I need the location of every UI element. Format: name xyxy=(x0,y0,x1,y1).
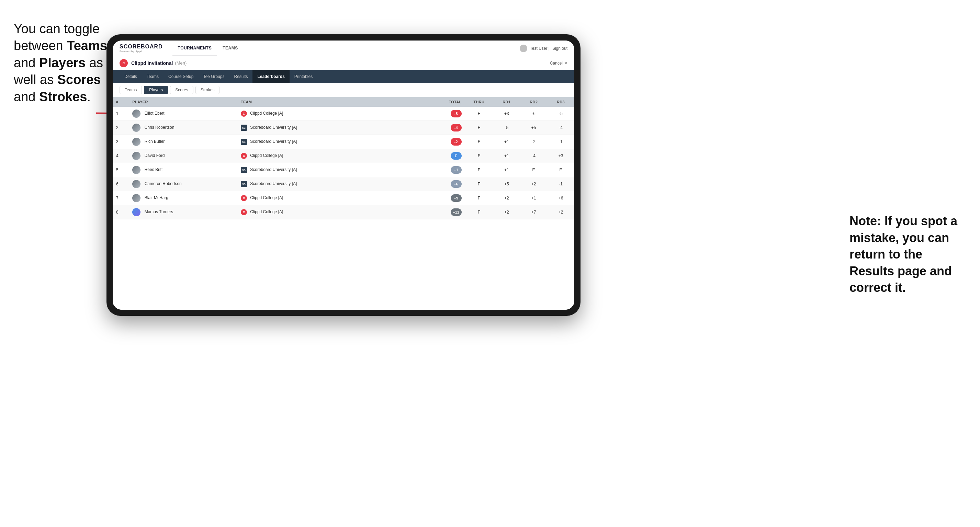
tablet-screen: SCOREBOARD Powered by clippd TOURNAMENTS… xyxy=(113,41,574,310)
score-badge: -8 xyxy=(451,110,462,117)
subtab-teams[interactable]: Teams xyxy=(119,86,142,94)
tab-leaderboards[interactable]: Leaderboards xyxy=(253,70,289,83)
player-avatar xyxy=(132,180,140,188)
cell-total: -4 xyxy=(422,121,465,135)
cell-team: C Clippd College [A] xyxy=(237,191,422,205)
subtab-scores[interactable]: Scores xyxy=(170,86,193,94)
tablet-frame: SCOREBOARD Powered by clippd TOURNAMENTS… xyxy=(107,34,581,316)
cell-rank: 1 xyxy=(113,107,129,121)
subtab-players[interactable]: Players xyxy=(144,86,168,94)
tournament-name: Clippd Invitational xyxy=(131,60,173,66)
annotation-players-bold: Players xyxy=(39,56,86,70)
cell-team: C Clippd College [A] xyxy=(237,149,422,163)
score-badge: +1 xyxy=(451,166,462,174)
right-annotation: Note: If you spot a mistake, you can ret… xyxy=(850,213,966,296)
cell-rank: 4 xyxy=(113,149,129,163)
tournament-bar: C Clippd Invitational (Men) Cancel ✕ xyxy=(113,56,574,70)
player-avatar xyxy=(132,138,140,146)
table-row: 6 Cameron Robertson SB Scoreboard Univer… xyxy=(113,177,574,191)
cell-rank: 8 xyxy=(113,205,129,219)
col-header-rd3: RD3 xyxy=(547,97,574,107)
subtab-strokes[interactable]: Strokes xyxy=(196,86,220,94)
table-row: 5 Rees Britt SB Scoreboard University [A… xyxy=(113,163,574,177)
col-header-thru: THRU xyxy=(465,97,493,107)
table-row: 8 Marcus Turners C Clippd College [A] +1… xyxy=(113,205,574,219)
leaderboard-table: # PLAYER TEAM TOTAL THRU RD1 RD2 RD3 1 E… xyxy=(113,97,574,310)
tab-teams[interactable]: Teams xyxy=(142,70,164,83)
tournament-icon: C xyxy=(119,59,128,67)
annotation-scores-bold: Scores xyxy=(57,73,101,87)
cell-rank: 7 xyxy=(113,191,129,205)
col-header-team: TEAM xyxy=(237,97,422,107)
team-logo-c: C xyxy=(241,111,247,117)
team-name: Scoreboard University [A] xyxy=(250,181,297,186)
cell-rd1: +1 xyxy=(493,135,520,149)
cell-rank: 6 xyxy=(113,177,129,191)
cell-rd3: -4 xyxy=(547,121,574,135)
cell-rd1: +1 xyxy=(493,163,520,177)
left-annotation: You can toggle between Teams and Players… xyxy=(14,21,110,105)
sign-out-link[interactable]: Sign out xyxy=(552,46,568,51)
team-name: Clippd College [A] xyxy=(250,153,283,158)
logo-sub-text: Powered by clippd xyxy=(119,50,163,53)
cancel-button[interactable]: Cancel ✕ xyxy=(550,61,568,65)
results-bold: Results xyxy=(850,264,894,278)
cell-player: Marcus Turners xyxy=(129,205,237,219)
col-header-rd1: RD1 xyxy=(493,97,520,107)
player-name: Rich Butler xyxy=(145,139,165,144)
nav-links: TOURNAMENTS TEAMS xyxy=(172,41,520,56)
cell-rd1: -5 xyxy=(493,121,520,135)
tab-results[interactable]: Results xyxy=(229,70,253,83)
cell-total: +9 xyxy=(422,191,465,205)
header-right: Test User | Sign out xyxy=(520,44,568,52)
cell-player: Elliot Ebert xyxy=(129,107,237,121)
nav-tournaments[interactable]: TOURNAMENTS xyxy=(172,41,218,56)
cell-player: Rich Butler xyxy=(129,135,237,149)
cell-player: David Ford xyxy=(129,149,237,163)
player-avatar xyxy=(132,124,140,132)
team-logo-sb: SB xyxy=(241,181,247,187)
cell-rank: 5 xyxy=(113,163,129,177)
col-header-num: # xyxy=(113,97,129,107)
cell-total: +11 xyxy=(422,205,465,219)
cell-rd2: -2 xyxy=(520,135,547,149)
player-name: Elliot Ebert xyxy=(145,111,164,116)
tab-course-setup[interactable]: Course Setup xyxy=(164,70,198,83)
player-avatar xyxy=(132,208,140,216)
cell-thru: F xyxy=(465,205,493,219)
cell-team: C Clippd College [A] xyxy=(237,205,422,219)
cell-rd1: +3 xyxy=(493,107,520,121)
app-header: SCOREBOARD Powered by clippd TOURNAMENTS… xyxy=(113,41,574,56)
cell-rd2: +5 xyxy=(520,121,547,135)
col-header-rd2: RD2 xyxy=(520,97,547,107)
player-avatar xyxy=(132,152,140,160)
cell-thru: F xyxy=(465,121,493,135)
player-avatar xyxy=(132,166,140,174)
cell-rd3: E xyxy=(547,163,574,177)
team-logo-c: C xyxy=(241,153,247,159)
nav-teams[interactable]: TEAMS xyxy=(217,41,243,56)
tab-details[interactable]: Details xyxy=(119,70,142,83)
score-badge: +6 xyxy=(451,180,462,188)
cell-rd3: +3 xyxy=(547,149,574,163)
tab-printables[interactable]: Printables xyxy=(290,70,317,83)
annotation-line1: You can toggle xyxy=(14,22,100,36)
table-row: 7 Blair McHarg C Clippd College [A] +9 F… xyxy=(113,191,574,205)
user-name: Test User | xyxy=(530,46,550,51)
cell-total: +1 xyxy=(422,163,465,177)
sub-tabs: Teams Players Scores Strokes xyxy=(113,83,574,97)
cell-total: +6 xyxy=(422,177,465,191)
logo-main-text: SCOREBOARD xyxy=(119,44,163,50)
team-logo-sb: SB xyxy=(241,139,247,145)
cell-rank: 2 xyxy=(113,121,129,135)
cell-team: SB Scoreboard University [A] xyxy=(237,135,422,149)
score-badge: -2 xyxy=(451,138,462,146)
cell-rank: 3 xyxy=(113,135,129,149)
cell-player: Cameron Robertson xyxy=(129,177,237,191)
tab-tee-groups[interactable]: Tee Groups xyxy=(198,70,229,83)
team-logo-c: C xyxy=(241,209,247,215)
table-row: 3 Rich Butler SB Scoreboard University [… xyxy=(113,135,574,149)
cell-rd3: +6 xyxy=(547,191,574,205)
player-name: Cameron Robertson xyxy=(145,181,182,186)
table-row: 4 David Ford C Clippd College [A] E F +1… xyxy=(113,149,574,163)
